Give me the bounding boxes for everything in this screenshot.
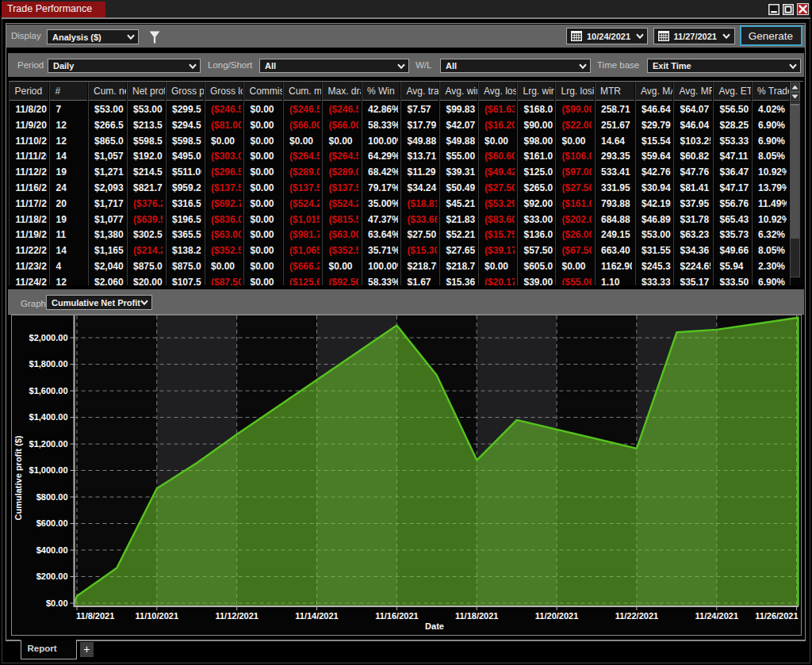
- svg-text:$1,800.00: $1,800.00: [29, 359, 67, 369]
- svg-text:11/10/2021: 11/10/2021: [135, 611, 178, 621]
- svg-text:11/22/2021: 11/22/2021: [615, 611, 657, 621]
- svg-text:$1,200.00: $1,200.00: [29, 439, 67, 449]
- svg-text:Date: Date: [425, 621, 444, 631]
- svg-text:11/16/2021: 11/16/2021: [375, 611, 418, 621]
- svg-text:$1,400.00: $1,400.00: [29, 412, 67, 422]
- svg-text:11/8/2021: 11/8/2021: [76, 611, 114, 621]
- svg-text:$2,000.00: $2,000.00: [29, 333, 67, 342]
- svg-text:11/18/2021: 11/18/2021: [454, 611, 497, 621]
- svg-text:11/12/2021: 11/12/2021: [215, 611, 258, 621]
- svg-text:11/24/2021: 11/24/2021: [695, 611, 737, 621]
- svg-text:$1,000.00: $1,000.00: [29, 465, 67, 475]
- svg-text:$1,600.00: $1,600.00: [29, 386, 67, 396]
- svg-text:$200.00: $200.00: [36, 571, 67, 581]
- svg-text:$600.00: $600.00: [36, 518, 67, 528]
- svg-text:$0.00: $0.00: [45, 598, 67, 608]
- svg-text:11/14/2021: 11/14/2021: [295, 611, 338, 621]
- svg-text:11/20/2021: 11/20/2021: [534, 611, 577, 621]
- svg-text:$800.00: $800.00: [36, 492, 67, 502]
- svg-text:11/26/2021: 11/26/2021: [755, 611, 798, 621]
- svg-text:Cumulative profit ($): Cumulative profit ($): [13, 435, 23, 520]
- svg-text:$400.00: $400.00: [36, 545, 67, 555]
